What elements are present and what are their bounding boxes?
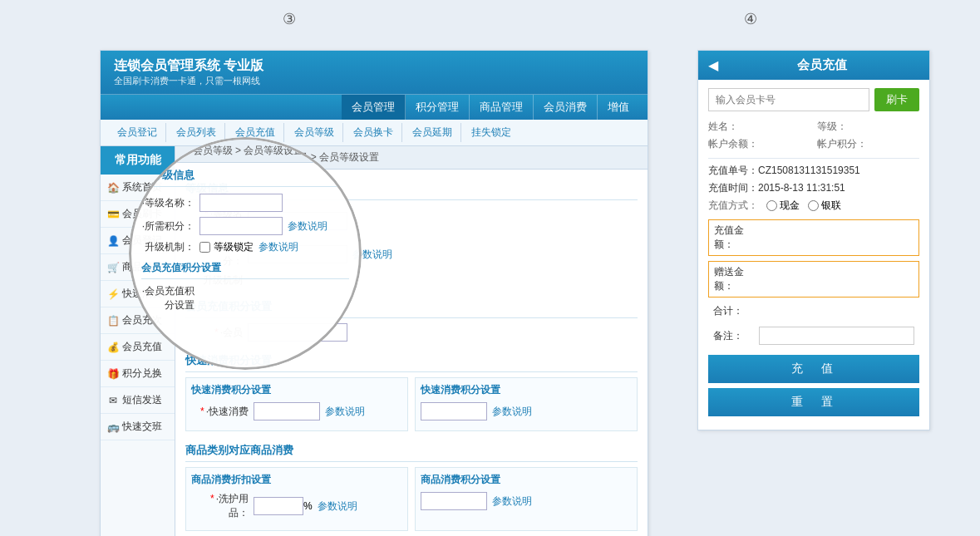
product-item-label: ·洗护用品： [191,492,254,520]
reset-button[interactable]: 重 置 [708,388,919,416]
overlay-param-link2[interactable]: 参数说明 [259,240,298,254]
sidebar-item-recharge-label: 会员充值 [122,340,162,354]
card-number-input[interactable] [708,88,869,111]
top-nav-increase[interactable]: 增值 [598,95,639,120]
product-param-right[interactable]: 参数说明 [492,494,532,509]
gift-amount-input[interactable] [760,270,914,288]
pay-unionpay-radio[interactable] [808,200,819,211]
quick-consume-two-col: 快速消费积分设置 ·快速消费 参数说明 快速消费积分设置 参数说明 [185,377,638,431]
quick-consume-right-title: 快速消费积分设置 [421,383,632,397]
right-panel-title: 会员充值 [725,57,919,73]
gift-icon: 🎁 [107,368,119,380]
quick-consume-right: 快速消费积分设置 参数说明 [415,377,638,431]
overlay-level-lock-checkbox[interactable] [199,242,210,253]
sidebar-item-points-redeem[interactable]: 🎁 积分兑换 [101,361,175,387]
right-panel: ◀ 会员充值 刷卡 姓名： 等级： 帐户余额： 帐户积分： [697,50,930,430]
sidebar-item-shift-label: 快速交班 [122,420,162,434]
app-title: 连锁会员管理系统 专业版 [114,57,634,75]
top-nav-points-mgmt[interactable]: 积分管理 [406,95,470,120]
product-col-left-title: 商品消费折扣设置 [191,473,402,487]
second-nav-level[interactable]: 会员等级 [286,123,343,142]
pay-cash-radio[interactable] [766,200,777,211]
overlay-member-charge-row: ·会员充值积分设置 [141,284,349,312]
quick-consume-input[interactable] [254,402,320,420]
pay-method-label: 充值方式： [708,199,758,213]
charge-button[interactable]: 充 值 [708,355,919,383]
app-header: 连锁会员管理系统 专业版 全国刷卡消费一卡通，只需一根网线 [101,51,648,94]
overlay-upgrade-label: 升级机制： [141,240,199,254]
list-icon: 📋 [107,315,119,327]
second-nav-card-swap[interactable]: 会员换卡 [345,123,402,142]
sidebar-item-points-label: 积分兑换 [122,366,162,381]
overlay-level-name-label: ·等级名称： [141,196,199,210]
top-nav-product-mgmt[interactable]: 商品管理 [470,95,534,120]
charge-amount-row: 充值金额： [708,219,919,256]
name-label: 姓名： [708,120,738,134]
charge-no: 充值单号：CZ1508131131519351 [708,164,919,178]
sidebar-item-recharge[interactable]: 💰 会员充值 [101,334,175,361]
product-col-left: 商品消费折扣设置 ·洗护用品： % 参数说明 [185,467,408,531]
balance-item: 帐户余额： [708,137,810,151]
pay-cash-label: 现金 [780,199,800,213]
percent-sign: % [303,500,313,512]
swipe-button[interactable]: 刷卡 [874,88,919,111]
balance-label: 帐户余额： [708,137,758,151]
quick-consume-link[interactable]: 参数说明 [325,405,365,419]
home-icon: 🏠 [107,182,119,194]
level-item: 等级： [817,120,919,134]
overlay-member-charge-label: ·会员充值积分设置 [141,284,199,312]
note-input[interactable] [759,327,914,345]
charge-time: 充值时间：2015-8-13 11:31:51 [708,181,919,195]
payment-row: 充值方式： 现金 银联 [708,199,919,213]
total-label: 合计： [713,304,759,318]
step3-label: ③ [283,10,296,28]
product-col-right-title: 商品消费积分设置 [421,473,632,487]
points-item: 帐户积分： [817,137,919,151]
overlay-score-label: ·所需积分： [141,219,199,234]
product-section-title: 商品类别对应商品消费 [185,440,638,462]
second-nav-list[interactable]: 会员列表 [168,123,225,142]
overlay-member-charge-title: 会员充值积分设置 [141,261,349,279]
card-icon: 💳 [107,209,119,220]
product-item-row: ·洗护用品： % 参数说明 [191,492,402,520]
sidebar-item-quick-shift[interactable]: 🚌 快速交班 [101,414,175,440]
product-points-input[interactable] [421,492,487,510]
top-nav-member-mgmt[interactable]: 会员管理 [342,95,406,120]
quick-consume-right-input[interactable] [421,402,487,420]
back-arrow[interactable]: ◀ [708,57,718,73]
total-row: 合计： [708,302,919,320]
quick-consume-left: 快速消费积分设置 ·快速消费 参数说明 [185,377,408,431]
pay-cash-option: 现金 [766,199,800,213]
overlay-section-title: 等级信息 [141,163,349,187]
overlay-body: ·等级名称： ·所需积分： 参数说明 升级机制： 等级锁定 参数说明 会员充值积… [131,187,359,324]
gift-amount-label: 赠送金额： [714,265,760,293]
sms-icon: ✉ [107,395,119,406]
overlay-checkbox-label: 等级锁定 [199,240,254,254]
top-nav-member-consume[interactable]: 会员消费 [534,95,598,120]
quick-consume-col-title: 快速消费积分设置 [191,383,402,397]
quick-consume-row: ·快速消费 参数说明 [191,402,402,420]
card-input-row: 刷卡 [708,88,919,111]
quick-consume-label: ·快速消费 [191,405,254,419]
second-nav-suspend[interactable]: 挂失锁定 [463,123,520,142]
quick-consume-right-link[interactable]: 参数说明 [492,405,532,419]
note-row: 备注： [708,325,919,347]
right-panel-header: ◀ 会员充值 [698,51,929,80]
overlay-level-name-input[interactable] [199,194,283,212]
right-panel-body: 刷卡 姓名： 等级： 帐户余额： 帐户积分： 充值单号：CZ150813113 [698,80,929,430]
overlay-checkbox-text: 等级锁定 [214,240,254,254]
product-two-col: 商品消费折扣设置 ·洗护用品： % 参数说明 商品消费积分设置 [185,467,638,531]
pay-unionpay-option: 银联 [808,199,841,213]
second-nav-extend[interactable]: 会员延期 [404,123,461,142]
overlay-param-link[interactable]: 参数说明 [288,219,327,234]
sidebar-item-sms[interactable]: ✉ 短信发送 [101,387,175,414]
quick-icon: ⚡ [107,288,119,300]
money-icon: 💰 [107,342,119,353]
overlay-zoom: 会员管理 > 会员等级 > 会员等级设置 等级信息 ·等级名称： ·所需积分： … [129,137,362,370]
charge-amount-input[interactable] [760,229,914,247]
product-param-left[interactable]: 参数说明 [318,499,357,514]
second-nav-register[interactable]: 会员登记 [109,123,166,142]
overlay-score-input[interactable] [199,217,283,235]
product-discount-input[interactable] [254,497,303,515]
quick-consume-right-row: 参数说明 [421,402,632,420]
